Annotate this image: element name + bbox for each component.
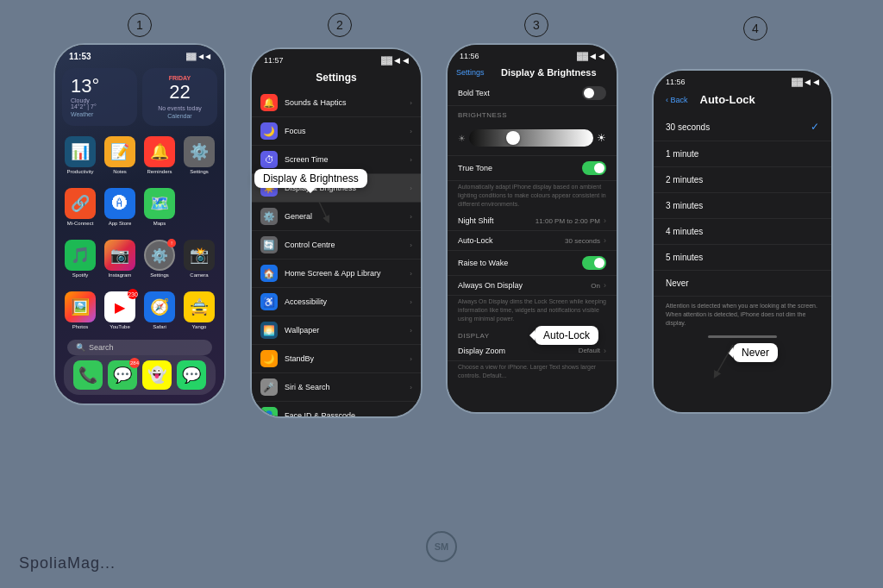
menu-wallpaper[interactable]: 🌅 Wallpaper ›	[252, 316, 421, 345]
display-zoom-chevron: ›	[604, 347, 606, 355]
productivity-label: Productivity	[66, 169, 93, 174]
menu-sounds[interactable]: 🔔 Sounds & Haptics ›	[252, 89, 421, 117]
screentime-chevron: ›	[410, 156, 412, 164]
app-youtube[interactable]: ▶ 230 YouTube	[103, 291, 136, 329]
option-30sec[interactable]: 30 seconds ✓	[654, 113, 831, 141]
menu-accessibility[interactable]: ♿ Accessibility ›	[252, 288, 421, 316]
camera-label: Camera	[190, 272, 208, 278]
youtube-badge: 230	[128, 289, 138, 299]
general-chevron: ›	[410, 213, 412, 221]
phone-3-back[interactable]: Settings	[456, 68, 485, 77]
option-4min[interactable]: 4 minutes	[654, 219, 831, 245]
general-icon: ⚙️	[260, 208, 278, 225]
true-tone-row[interactable]: True Tone	[448, 156, 617, 181]
app-camera[interactable]: 📸 Camera	[183, 240, 216, 278]
sounds-label: Sounds & Haptics	[285, 98, 403, 107]
dock-messages[interactable]: 💬 284	[108, 360, 137, 390]
night-shift-label: Night Shift	[458, 216, 535, 225]
app-safari[interactable]: 🧭 Safari	[143, 291, 176, 329]
appstore-label: App Store	[109, 221, 132, 226]
maps-label: Maps	[153, 221, 166, 226]
dock-whatsapp[interactable]: 💬	[177, 360, 206, 390]
bold-text-toggle[interactable]	[582, 86, 606, 100]
wallpaper-icon: 🌅	[260, 322, 278, 339]
always-on-row[interactable]: Always On Display On ›	[448, 276, 617, 296]
menu-control[interactable]: 🔄 Control Centre ›	[252, 231, 421, 260]
menu-siri[interactable]: 🎤 Siri & Search ›	[252, 373, 421, 402]
dock-snapchat[interactable]: 👻	[142, 360, 172, 390]
phone-4-statusbar: 11:56 ▓▓ ◀ ◀	[654, 71, 831, 90]
camera-icon: 📸	[184, 240, 215, 271]
notes-label: Notes	[113, 169, 127, 174]
brightness-low-icon: ☀	[458, 134, 466, 143]
display-chevron: ›	[410, 185, 412, 192]
app-yango[interactable]: 🚖 Yango	[183, 291, 216, 329]
step-1-label: 1	[128, 12, 152, 37]
step-3-circle: 3	[524, 13, 548, 37]
settings-title: Settings	[252, 68, 421, 89]
option-3min-label: 3 minutes	[666, 201, 819, 210]
option-1min[interactable]: 1 minute	[654, 141, 831, 167]
cal-day: FRIDAY	[151, 75, 209, 81]
raise-to-wake-label: Raise to Wake	[458, 259, 582, 267]
app-notes[interactable]: 📝 Notes	[103, 136, 136, 174]
raise-to-wake-toggle[interactable]	[582, 256, 606, 270]
night-shift-row[interactable]: Night Shift 11:00 PM to 2:00 PM ›	[448, 211, 617, 231]
app-settings-2[interactable]: ⚙️ ! Settings	[143, 240, 176, 278]
step-4-label: 4	[743, 16, 767, 41]
brightness-slider[interactable]	[469, 129, 593, 147]
menu-faceid[interactable]: 👤 Face ID & Passcode ›	[252, 402, 421, 418]
phone-4-time: 11:56	[666, 78, 686, 86]
always-on-description: Always On Display dims the Lock Screen w…	[448, 296, 617, 326]
app-spotify[interactable]: 🎵 Spotify	[64, 240, 97, 278]
app-productivity[interactable]: 📊 Productivity	[64, 136, 97, 174]
phone-4-callout-text: Never	[742, 347, 769, 359]
step-2-label: 2	[328, 12, 352, 37]
bold-text-row[interactable]: Bold Text	[448, 81, 617, 106]
phone-3-nav: Settings Display & Brightness	[448, 64, 617, 81]
app-settings-1[interactable]: ⚙️ Settings	[183, 136, 216, 174]
true-tone-label: True Tone	[458, 164, 582, 172]
empty-icon	[184, 191, 215, 222]
step-1-circle: 1	[128, 13, 152, 37]
settings-icon-1: ⚙️	[184, 136, 215, 167]
option-5min[interactable]: 5 minutes	[654, 245, 831, 271]
app-instagram[interactable]: 📷 Instagram	[103, 240, 136, 278]
option-never[interactable]: Never	[654, 271, 831, 297]
display-zoom-label: Display Zoom	[458, 347, 579, 355]
brightness-high-icon: ☀	[597, 132, 606, 144]
app-maps[interactable]: 🗺️ Maps	[143, 188, 176, 226]
option-2min[interactable]: 2 minutes	[654, 167, 831, 193]
homescreen-chevron: ›	[410, 270, 412, 278]
app-miconnect[interactable]: 🔗 Mi-Connect	[64, 188, 97, 226]
app-photos[interactable]: 🖼️ Photos	[64, 291, 97, 329]
photos-icon: 🖼️	[65, 291, 96, 322]
yango-icon: 🚖	[184, 291, 215, 322]
dock: 📞 💬 284 👻 💬	[64, 355, 216, 395]
phone-4-frame: 11:56 ▓▓ ◀ ◀ ‹ Back Auto-Lock 30 seconds…	[652, 69, 833, 414]
raise-to-wake-row[interactable]: Raise to Wake	[448, 251, 617, 276]
display-zoom-value: Default	[579, 347, 600, 354]
phone-4-nav: ‹ Back Auto-Lock	[654, 90, 831, 113]
menu-focus[interactable]: 🌙 Focus ›	[252, 117, 421, 146]
true-tone-description: Automatically adapt iPhone display based…	[448, 181, 617, 211]
phone-4-back[interactable]: ‹ Back	[666, 96, 688, 104]
auto-lock-row[interactable]: Auto-Lock 30 seconds ›	[448, 231, 617, 251]
true-tone-toggle[interactable]	[582, 161, 606, 175]
weather-widget: 13° Cloudy14°2° | 7° Weather	[62, 68, 137, 126]
control-chevron: ›	[410, 241, 412, 249]
app-appstore[interactable]: 🅐 App Store	[103, 188, 136, 226]
option-3min[interactable]: 3 minutes	[654, 193, 831, 219]
app-reminders[interactable]: 🔔 Reminders	[143, 136, 176, 174]
menu-general[interactable]: ⚙️ General ›	[252, 203, 421, 231]
calendar-widget: FRIDAY 22 No events today Calendar	[142, 68, 217, 126]
menu-homescreen[interactable]: 🏠 Home Screen & App Library ›	[252, 260, 421, 288]
night-shift-chevron: ›	[604, 216, 606, 225]
search-bar[interactable]: 🔍 Search	[67, 340, 212, 355]
miconnect-icon: 🔗	[65, 188, 96, 219]
accessibility-icon: ♿	[260, 293, 278, 310]
dock-phone[interactable]: 📞	[73, 360, 103, 390]
menu-standby[interactable]: 🌙 StandBy ›	[252, 345, 421, 373]
phone-2-callout: Display & Brightness	[254, 169, 367, 188]
focus-chevron: ›	[410, 128, 412, 135]
